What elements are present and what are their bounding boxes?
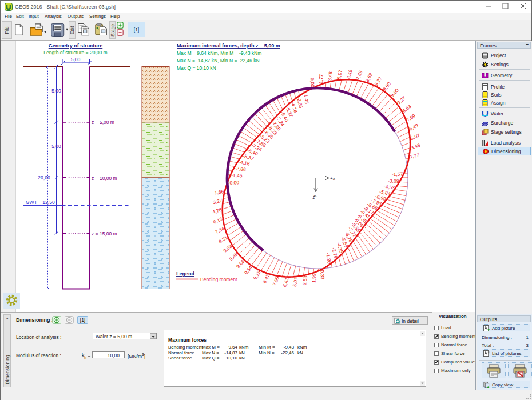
svg-text:-1,26: -1,26 <box>325 253 332 265</box>
svg-text:5,07: 5,07 <box>336 69 343 80</box>
svg-text:Legend: Legend <box>176 271 194 277</box>
svg-text:5,00: 5,00 <box>51 143 61 149</box>
svg-text:3,48: 3,48 <box>410 142 421 151</box>
svg-text:5,00: 5,00 <box>51 88 61 94</box>
svg-text:-1,45: -1,45 <box>231 173 243 179</box>
svg-text:7,69: 7,69 <box>355 70 364 81</box>
svg-text:6,49: 6,49 <box>408 122 420 132</box>
svg-text:9,27: 9,27 <box>396 95 407 106</box>
svg-text:8,63: 8,63 <box>401 103 412 114</box>
svg-text:z = 5,00 m: z = 5,00 m <box>92 119 114 125</box>
svg-text:5,07: 5,07 <box>292 277 299 287</box>
svg-text:20,00: 20,00 <box>38 175 50 181</box>
svg-text:GWT = 12,50: GWT = 12,50 <box>26 199 55 205</box>
svg-text:-1,57: -1,57 <box>392 171 403 177</box>
svg-text:z = 15,00 m: z = 15,00 m <box>92 231 117 237</box>
svg-text:1,77: 1,77 <box>318 74 324 83</box>
svg-text:1,99: 1,99 <box>311 273 317 283</box>
svg-text:Bending moment: Bending moment <box>200 277 237 282</box>
svg-text:Max M = 9,64 kNm, Min M = -9,4: Max M = 9,64 kNm, Min M = -9,43 kNm <box>177 50 261 56</box>
svg-text:7,69: 7,69 <box>406 113 417 123</box>
svg-text:1,77: 1,77 <box>409 152 420 160</box>
svg-text:0,00: 0,00 <box>309 78 316 87</box>
svg-text:3,48: 3,48 <box>327 71 334 81</box>
svg-text:8,63: 8,63 <box>364 72 374 83</box>
svg-text:7,55: 7,55 <box>271 275 280 286</box>
svg-text:[1]: [1] <box>80 317 85 323</box>
svg-text:Geometry of structure: Geometry of structure <box>49 43 103 49</box>
svg-text:Length of structure = 20,00 m: Length of structure = 20,00 m <box>43 50 107 55</box>
svg-text:5,07: 5,07 <box>410 133 420 142</box>
svg-text:-3,09: -3,09 <box>388 178 399 184</box>
svg-text:+x: +x <box>330 176 335 181</box>
svg-text:z = 10,00 m: z = 10,00 m <box>92 175 117 181</box>
svg-text:9,60: 9,60 <box>389 87 400 98</box>
svg-text:+y: +y <box>311 195 316 200</box>
svg-text:1,66: 1,66 <box>214 189 224 195</box>
svg-text:9,60: 9,60 <box>382 81 392 91</box>
svg-text:6,41: 6,41 <box>281 277 289 287</box>
svg-text:-1,45: -1,45 <box>303 93 310 105</box>
svg-text:4,78: 4,78 <box>212 207 223 215</box>
svg-text:Max N = -14,87 kN, Min N = -22: Max N = -14,87 kN, Min N = -22,46 kN <box>177 58 260 63</box>
svg-text:-0,00: -0,00 <box>228 179 239 186</box>
svg-text:3,58: 3,58 <box>301 275 308 286</box>
svg-text:6,15: 6,15 <box>212 216 223 225</box>
svg-text:0,33: 0,33 <box>319 270 325 279</box>
svg-text:-2,86: -2,86 <box>235 165 247 172</box>
svg-text:5,00: 5,00 <box>71 57 81 62</box>
svg-text:6,49: 6,49 <box>346 69 354 79</box>
svg-text:3,27: 3,27 <box>212 198 223 206</box>
svg-text:Maximum internal forces, depth: Maximum internal forces, depth z = 5,00 … <box>177 43 280 49</box>
svg-text:Max Q = 10,10 kN: Max Q = 10,10 kN <box>177 65 216 71</box>
svg-text:9,27: 9,27 <box>373 75 383 87</box>
